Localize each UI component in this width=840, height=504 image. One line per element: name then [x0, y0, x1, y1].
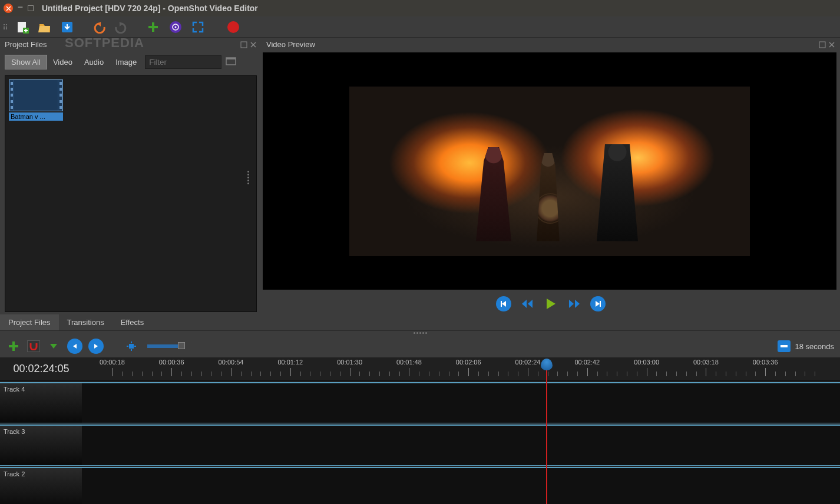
svg-rect-13 [129, 344, 134, 349]
filter-show-all-tab[interactable]: Show All [5, 55, 47, 69]
undo-button[interactable] [91, 19, 107, 35]
window-title: Untitled Project [HDV 720 24p] - OpenSho… [42, 4, 258, 13]
svg-point-6 [227, 21, 239, 33]
import-files-button[interactable] [145, 19, 161, 35]
video-preview-title: Video Preview [266, 40, 315, 49]
window-titlebar: – Untitled Project [HDV 720 24p] - OpenS… [0, 0, 840, 16]
zoom-indicator-icon[interactable] [778, 340, 791, 352]
ruler-label: 00:02:24 [515, 359, 541, 366]
open-project-button[interactable] [37, 19, 53, 35]
zoom-label: 18 seconds [795, 342, 835, 351]
playback-controls [262, 291, 840, 314]
svg-rect-12 [600, 301, 601, 307]
video-preview-panel: Video Preview [262, 38, 840, 314]
clip-item[interactable]: Batman v ... [9, 79, 63, 121]
play-button[interactable] [543, 296, 559, 312]
center-playhead-button[interactable] [124, 339, 139, 354]
thumbnail-view-button[interactable] [225, 55, 239, 69]
track-header[interactable]: Track 3 [0, 426, 82, 465]
filter-video-tab[interactable]: Video [47, 55, 78, 69]
add-track-button[interactable] [6, 339, 21, 354]
tab-project-files[interactable]: Project Files [0, 314, 59, 330]
jump-end-button[interactable] [590, 296, 606, 312]
track-header[interactable]: Track 2 [0, 468, 82, 504]
previous-marker-button[interactable] [67, 339, 82, 354]
timeline-track[interactable]: Track 3 [0, 425, 840, 466]
track-header[interactable]: Track 4 [0, 383, 82, 423]
ruler-label: 00:02:06 [456, 359, 481, 366]
ruler-label: 00:03:00 [634, 359, 659, 366]
ruler-label: 00:01:12 [277, 359, 303, 366]
close-preview-icon[interactable] [828, 41, 835, 48]
ruler-label: 00:03:36 [753, 359, 778, 366]
redo-button[interactable] [113, 19, 130, 35]
video-frame [349, 87, 750, 256]
project-files-title: Project Files [5, 40, 47, 49]
svg-rect-14 [781, 345, 788, 347]
current-timecode[interactable]: 00:02:24:05 [0, 357, 82, 380]
svg-rect-9 [226, 58, 236, 59]
snapping-button[interactable] [27, 340, 40, 352]
toolbar-grip[interactable] [4, 24, 7, 29]
project-files-toolbar: Show All Video Audio Image [0, 51, 262, 73]
fullscreen-button[interactable] [190, 19, 206, 35]
horizontal-splitter[interactable] [0, 331, 840, 335]
playhead[interactable] [546, 368, 547, 504]
timeline-ruler[interactable]: 00:02:24:05 00:00:1800:00:3600:00:5400:0… [0, 357, 840, 381]
svg-rect-11 [501, 301, 502, 307]
project-files-panel: Project Files Show All Video Audio Image… [0, 38, 262, 314]
ruler-label: 00:03:18 [693, 359, 719, 366]
timeline-toolbar: 18 seconds [0, 335, 840, 357]
main-toolbar [0, 16, 840, 38]
filter-audio-tab[interactable]: Audio [78, 55, 110, 69]
track-body[interactable] [82, 383, 840, 423]
ruler-label: 00:00:36 [159, 359, 184, 366]
timeline-track[interactable]: Track 4 [0, 382, 840, 423]
ruler-label: 00:00:54 [219, 359, 244, 366]
new-project-button[interactable] [14, 19, 31, 35]
clip-thumbnail [9, 79, 63, 111]
track-body[interactable] [82, 468, 840, 504]
clip-label: Batman v ... [9, 112, 63, 121]
ruler-label: 00:00:18 [100, 359, 125, 366]
next-marker-button[interactable] [88, 339, 104, 354]
filter-input[interactable] [145, 55, 221, 69]
window-close-button[interactable] [4, 4, 13, 13]
undock-icon[interactable] [240, 41, 247, 48]
export-video-button[interactable] [225, 19, 242, 35]
ruler-label: 00:01:30 [337, 359, 362, 366]
project-files-list[interactable]: Batman v ... [5, 75, 257, 312]
save-project-button[interactable] [59, 19, 75, 35]
undock-preview-icon[interactable] [819, 41, 826, 48]
filter-image-tab[interactable]: Image [110, 55, 143, 69]
rewind-button[interactable] [519, 296, 535, 312]
ruler-label: 00:02:42 [574, 359, 600, 366]
video-preview-viewport[interactable] [263, 52, 836, 290]
svg-point-5 [174, 26, 176, 28]
svg-rect-10 [819, 42, 825, 48]
lower-panel-tabs: Project Files Transitions Effects [0, 314, 840, 331]
svg-rect-7 [241, 42, 247, 48]
fast-forward-button[interactable] [566, 296, 583, 312]
timeline-track[interactable]: Track 2 [0, 467, 840, 504]
ruler-label: 00:01:48 [396, 359, 422, 366]
tab-transitions[interactable]: Transitions [59, 314, 113, 330]
vertical-splitter[interactable] [247, 171, 250, 188]
window-maximize-button[interactable] [28, 5, 34, 11]
jump-start-button[interactable] [495, 296, 512, 312]
track-body[interactable] [82, 426, 840, 465]
add-marker-button[interactable] [46, 339, 61, 354]
close-panel-icon[interactable] [250, 41, 257, 48]
profile-button[interactable] [167, 19, 184, 35]
zoom-slider[interactable] [147, 344, 183, 348]
tab-effects[interactable]: Effects [113, 314, 153, 330]
timeline: 00:02:24:05 00:00:1800:00:3600:00:5400:0… [0, 357, 840, 504]
